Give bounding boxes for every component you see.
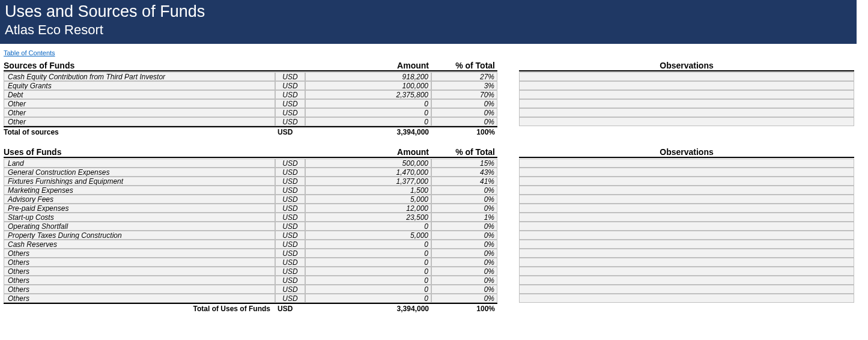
uses-ccy-cell[interactable]: USD bbox=[275, 159, 305, 168]
uses-pct-cell[interactable]: 0% bbox=[431, 240, 497, 249]
uses-amount-cell[interactable]: 0 bbox=[305, 276, 431, 285]
uses-obs-cell[interactable] bbox=[519, 258, 854, 267]
sources-pct-cell[interactable]: 0% bbox=[431, 117, 497, 126]
uses-label-cell[interactable]: General Construction Expenses bbox=[4, 168, 275, 177]
sources-ccy-cell[interactable]: USD bbox=[275, 99, 305, 108]
uses-pct-cell[interactable]: 43% bbox=[431, 168, 497, 177]
uses-label-cell[interactable]: Fixtures Furnishings and Equipment bbox=[4, 177, 275, 186]
sources-label-cell[interactable]: Equity Grants bbox=[4, 81, 275, 90]
uses-ccy-cell[interactable]: USD bbox=[275, 240, 305, 249]
uses-obs-cell[interactable] bbox=[519, 168, 854, 177]
uses-obs-cell[interactable] bbox=[519, 276, 854, 285]
uses-amount-cell[interactable]: 12,000 bbox=[305, 204, 431, 213]
uses-ccy-cell[interactable]: USD bbox=[275, 186, 305, 195]
sources-ccy-cell[interactable]: USD bbox=[275, 117, 305, 126]
uses-pct-cell[interactable]: 0% bbox=[431, 285, 497, 294]
uses-ccy-cell[interactable]: USD bbox=[275, 231, 305, 240]
sources-obs-cell[interactable] bbox=[519, 99, 854, 108]
uses-label-cell[interactable]: Others bbox=[4, 285, 275, 294]
uses-label-cell[interactable]: Advisory Fees bbox=[4, 195, 275, 204]
uses-amount-cell[interactable]: 1,377,000 bbox=[305, 177, 431, 186]
sources-amount-cell[interactable]: 0 bbox=[305, 108, 431, 117]
uses-obs-cell[interactable] bbox=[519, 231, 854, 240]
sources-pct-cell[interactable]: 3% bbox=[431, 81, 497, 90]
uses-obs-cell[interactable] bbox=[519, 267, 854, 276]
sources-pct-cell[interactable]: 27% bbox=[431, 72, 497, 81]
uses-pct-cell[interactable]: 41% bbox=[431, 177, 497, 186]
uses-ccy-cell[interactable]: USD bbox=[275, 294, 305, 303]
sources-amount-cell[interactable]: 0 bbox=[305, 99, 431, 108]
uses-pct-cell[interactable]: 0% bbox=[431, 249, 497, 258]
sources-ccy-cell[interactable]: USD bbox=[275, 72, 305, 81]
sources-obs-cell[interactable] bbox=[519, 108, 854, 117]
uses-obs-cell[interactable] bbox=[519, 285, 854, 294]
uses-ccy-cell[interactable]: USD bbox=[275, 168, 305, 177]
uses-label-cell[interactable]: Marketing Expenses bbox=[4, 186, 275, 195]
uses-amount-cell[interactable]: 0 bbox=[305, 267, 431, 276]
uses-ccy-cell[interactable]: USD bbox=[275, 267, 305, 276]
uses-obs-cell[interactable] bbox=[519, 213, 854, 222]
sources-amount-cell[interactable]: 0 bbox=[305, 117, 431, 126]
uses-pct-cell[interactable]: 0% bbox=[431, 231, 497, 240]
uses-obs-cell[interactable] bbox=[519, 195, 854, 204]
sources-obs-cell[interactable] bbox=[519, 72, 854, 81]
sources-pct-cell[interactable]: 0% bbox=[431, 108, 497, 117]
sources-obs-cell[interactable] bbox=[519, 81, 854, 90]
uses-pct-cell[interactable]: 0% bbox=[431, 258, 497, 267]
uses-label-cell[interactable]: Others bbox=[4, 276, 275, 285]
uses-amount-cell[interactable]: 1,500 bbox=[305, 186, 431, 195]
uses-label-cell[interactable]: Land bbox=[4, 159, 275, 168]
uses-ccy-cell[interactable]: USD bbox=[275, 258, 305, 267]
sources-amount-cell[interactable]: 100,000 bbox=[305, 81, 431, 90]
uses-pct-cell[interactable]: 0% bbox=[431, 267, 497, 276]
uses-pct-cell[interactable]: 0% bbox=[431, 276, 497, 285]
uses-amount-cell[interactable]: 5,000 bbox=[305, 195, 431, 204]
sources-ccy-cell[interactable]: USD bbox=[275, 108, 305, 117]
uses-ccy-cell[interactable]: USD bbox=[275, 285, 305, 294]
sources-pct-cell[interactable]: 0% bbox=[431, 99, 497, 108]
uses-amount-cell[interactable]: 500,000 bbox=[305, 159, 431, 168]
uses-label-cell[interactable]: Cash Reserves bbox=[4, 240, 275, 249]
uses-obs-cell[interactable] bbox=[519, 159, 854, 168]
uses-amount-cell[interactable]: 1,470,000 bbox=[305, 168, 431, 177]
sources-amount-cell[interactable]: 918,200 bbox=[305, 72, 431, 81]
uses-amount-cell[interactable]: 0 bbox=[305, 285, 431, 294]
sources-label-cell[interactable]: Other bbox=[4, 108, 275, 117]
uses-amount-cell[interactable]: 23,500 bbox=[305, 213, 431, 222]
sources-ccy-cell[interactable]: USD bbox=[275, 90, 305, 99]
uses-obs-cell[interactable] bbox=[519, 294, 854, 303]
uses-pct-cell[interactable]: 0% bbox=[431, 204, 497, 213]
uses-pct-cell[interactable]: 1% bbox=[431, 213, 497, 222]
sources-pct-cell[interactable]: 70% bbox=[431, 90, 497, 99]
uses-obs-cell[interactable] bbox=[519, 204, 854, 213]
uses-pct-cell[interactable]: 0% bbox=[431, 294, 497, 303]
sources-amount-cell[interactable]: 2,375,800 bbox=[305, 90, 431, 99]
uses-label-cell[interactable]: Others bbox=[4, 267, 275, 276]
sources-label-cell[interactable]: Other bbox=[4, 117, 275, 126]
uses-pct-cell[interactable]: 15% bbox=[431, 159, 497, 168]
uses-amount-cell[interactable]: 5,000 bbox=[305, 231, 431, 240]
uses-label-cell[interactable]: Operating Shortfall bbox=[4, 222, 275, 231]
uses-label-cell[interactable]: Others bbox=[4, 258, 275, 267]
uses-ccy-cell[interactable]: USD bbox=[275, 195, 305, 204]
sources-label-cell[interactable]: Cash Equity Contribution from Third Part… bbox=[4, 72, 275, 81]
sources-label-cell[interactable]: Other bbox=[4, 99, 275, 108]
sources-label-cell[interactable]: Debt bbox=[4, 90, 275, 99]
uses-ccy-cell[interactable]: USD bbox=[275, 204, 305, 213]
uses-ccy-cell[interactable]: USD bbox=[275, 213, 305, 222]
uses-obs-cell[interactable] bbox=[519, 240, 854, 249]
uses-pct-cell[interactable]: 0% bbox=[431, 222, 497, 231]
uses-pct-cell[interactable]: 0% bbox=[431, 195, 497, 204]
uses-amount-cell[interactable]: 0 bbox=[305, 294, 431, 303]
uses-amount-cell[interactable]: 0 bbox=[305, 222, 431, 231]
uses-label-cell[interactable]: Start-up Costs bbox=[4, 213, 275, 222]
sources-ccy-cell[interactable]: USD bbox=[275, 81, 305, 90]
uses-label-cell[interactable]: Others bbox=[4, 249, 275, 258]
uses-label-cell[interactable]: Others bbox=[4, 294, 275, 303]
uses-obs-cell[interactable] bbox=[519, 249, 854, 258]
uses-pct-cell[interactable]: 0% bbox=[431, 186, 497, 195]
uses-ccy-cell[interactable]: USD bbox=[275, 276, 305, 285]
uses-obs-cell[interactable] bbox=[519, 186, 854, 195]
sources-obs-cell[interactable] bbox=[519, 117, 854, 126]
uses-obs-cell[interactable] bbox=[519, 222, 854, 231]
